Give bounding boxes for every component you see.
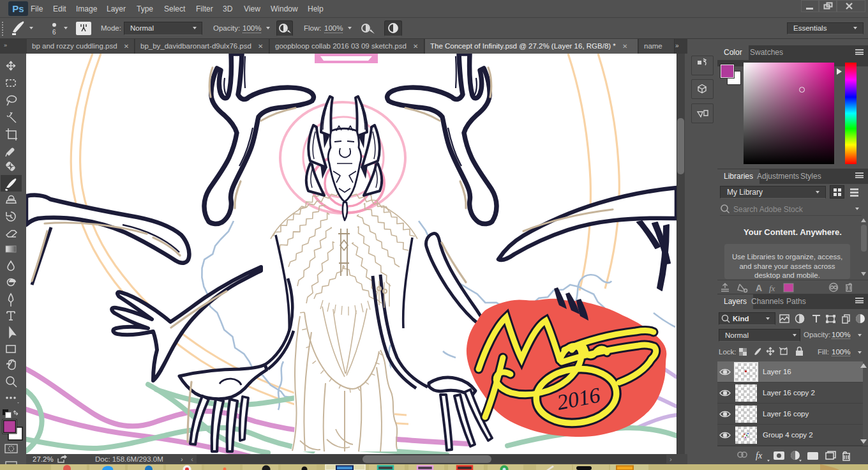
svg-text:6: 6 <box>52 29 56 36</box>
svg-text:fx: fx <box>756 451 763 460</box>
svg-text:A: A <box>756 283 762 293</box>
svg-text:fx: fx <box>769 284 775 293</box>
